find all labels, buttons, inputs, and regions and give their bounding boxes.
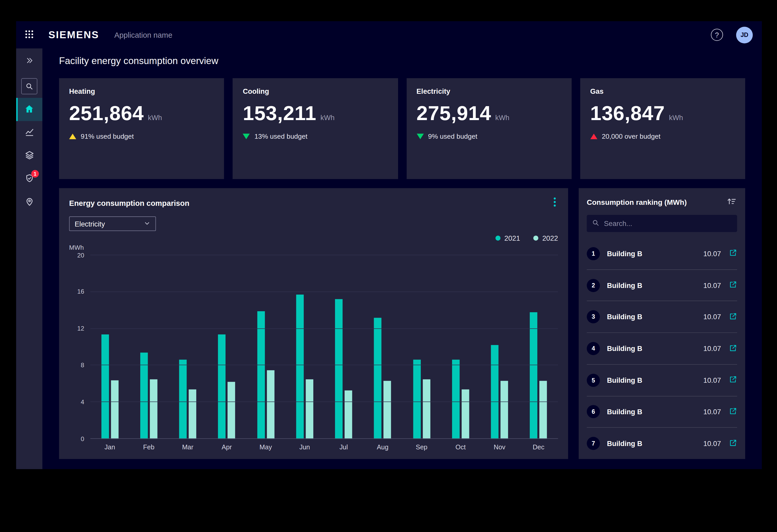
kpi-value-row: 275,914 kWh [416, 102, 561, 125]
bar-2021 [452, 360, 459, 439]
x-tick-label: Jun [285, 439, 324, 452]
legend-item-2022[interactable]: 2022 [533, 234, 558, 242]
external-link-icon [729, 439, 737, 448]
ranking-row[interactable]: 1 Building B 10.07 [587, 238, 737, 270]
bar-group-Dec [519, 255, 558, 439]
gridline [90, 292, 558, 292]
search-input[interactable] [604, 220, 732, 228]
y-tick-label: 12 [77, 326, 84, 332]
kpi-value-row: 136,847 kWh [590, 102, 735, 125]
bar-2021 [218, 334, 226, 439]
y-tick-label: 16 [77, 289, 84, 295]
kpi-card: Gas 136,847 kWh 20,000 over budget [580, 78, 745, 179]
ranking-row[interactable]: 4 Building B 10.07 [587, 333, 737, 365]
kpi-row: Heating 251,864 kWh 91% used budget Cool… [59, 78, 745, 179]
double-chevron-right-icon [25, 56, 33, 66]
sidebar-item-layers[interactable] [16, 144, 42, 168]
search-icon [592, 219, 599, 228]
sidebar-item-tasks[interactable]: 1 [16, 167, 42, 190]
avatar[interactable]: JD [736, 27, 753, 43]
open-detail-button[interactable] [729, 344, 737, 353]
sidebar-expand-button[interactable] [16, 51, 42, 71]
kpi-delta-text: 9% used budget [428, 133, 477, 140]
open-detail-button[interactable] [729, 376, 737, 385]
panel-options-button[interactable] [552, 196, 558, 210]
bar-2021 [296, 295, 304, 439]
page-title: Facility energy consumption overview [59, 55, 745, 66]
kpi-delta-text: 91% used budget [81, 133, 134, 140]
x-tick-label: Nov [480, 439, 519, 452]
external-link-icon [729, 312, 737, 322]
ranking-row[interactable]: 5 Building B 10.07 [587, 365, 737, 396]
kpi-delta: 13% used budget [243, 133, 388, 140]
consumption-value: 10.07 [703, 313, 721, 321]
panel-title: Energy consumption comparison [69, 198, 190, 207]
kpi-unit: kWh [495, 113, 510, 121]
ranking-row[interactable]: 2 Building B 10.07 [587, 270, 737, 301]
sidebar-item-home[interactable] [16, 98, 42, 121]
sort-button[interactable] [726, 196, 737, 208]
help-button[interactable] [711, 29, 723, 41]
kpi-value: 153,211 [243, 102, 316, 125]
bar-2022 [540, 381, 547, 439]
bar-group-Jul [324, 255, 363, 439]
kpi-label: Cooling [243, 87, 388, 95]
consumption-value: 10.07 [703, 408, 721, 416]
kpi-delta-text: 20,000 over budget [602, 133, 661, 140]
kpi-value: 275,914 [416, 102, 491, 125]
app-launcher-button[interactable] [16, 21, 42, 48]
gridline [90, 402, 558, 402]
bar-2021 [179, 360, 187, 439]
bar-2022 [345, 390, 352, 439]
bar-group-Apr [207, 255, 246, 439]
kpi-card: Heating 251,864 kWh 91% used budget [59, 78, 224, 179]
open-detail-button[interactable] [729, 312, 737, 322]
building-name: Building B [607, 281, 642, 289]
open-detail-button[interactable] [729, 280, 737, 290]
building-name: Building B [607, 345, 642, 353]
y-axis-label: MWh [69, 244, 558, 251]
rank-badge: 6 [587, 405, 600, 418]
ranking-row[interactable]: 3 Building B 10.07 [587, 301, 737, 333]
consumption-value: 10.07 [703, 376, 721, 384]
bar-groups [90, 255, 558, 439]
y-tick-label: 4 [81, 399, 85, 405]
open-detail-button[interactable] [729, 439, 737, 448]
legend-label: 2021 [505, 234, 520, 242]
y-tick-label: 0 [81, 436, 85, 442]
gridline [90, 438, 558, 439]
legend-item-2021[interactable]: 2021 [495, 234, 520, 242]
bar-2022 [228, 382, 235, 439]
rank-badge: 3 [587, 310, 600, 323]
kpi-value-row: 153,211 kWh [243, 102, 388, 125]
x-tick-label: Aug [363, 439, 402, 452]
sidebar-item-analytics[interactable] [16, 121, 42, 144]
top-bar: SIEMENS Application name JD [16, 21, 762, 48]
bar-2022 [423, 379, 430, 439]
sidebar-item-search[interactable] [16, 75, 42, 98]
open-detail-button[interactable] [729, 249, 737, 259]
sidebar-item-location[interactable] [16, 190, 42, 214]
x-tick-label: Feb [129, 439, 169, 452]
bar-2021 [335, 299, 342, 439]
ranking-row[interactable]: 7 Building B 10.07 [587, 428, 737, 459]
kpi-delta: 9% used budget [416, 133, 561, 140]
app-window: SIEMENS Application name JD [16, 21, 762, 469]
trend-triangle-icon [69, 134, 76, 139]
energy-type-select[interactable]: Electricity [69, 217, 156, 231]
sort-ascending-icon [727, 200, 736, 207]
bar-2022 [111, 380, 118, 439]
open-detail-button[interactable] [729, 407, 737, 417]
rank-badge: 4 [587, 342, 600, 355]
bar-2021 [530, 312, 538, 439]
kpi-unit: kWh [148, 113, 162, 121]
rank-badge: 2 [587, 279, 600, 292]
legend-dot [533, 236, 538, 241]
panel-header: Energy consumption comparison [69, 196, 558, 210]
building-name: Building B [607, 439, 642, 447]
trend-triangle-icon [590, 134, 597, 139]
gridline [90, 328, 558, 329]
consumption-value: 10.07 [703, 250, 721, 258]
energy-comparison-panel: Energy consumption comparison Electr [59, 188, 568, 459]
ranking-row[interactable]: 6 Building B 10.07 [587, 396, 737, 428]
